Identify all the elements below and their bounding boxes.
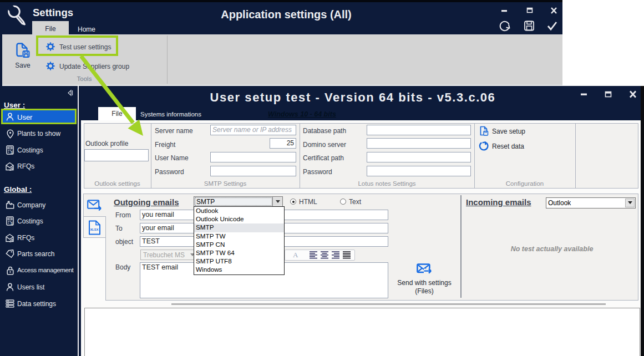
svg-text:XLSX: XLSX xyxy=(90,228,98,231)
